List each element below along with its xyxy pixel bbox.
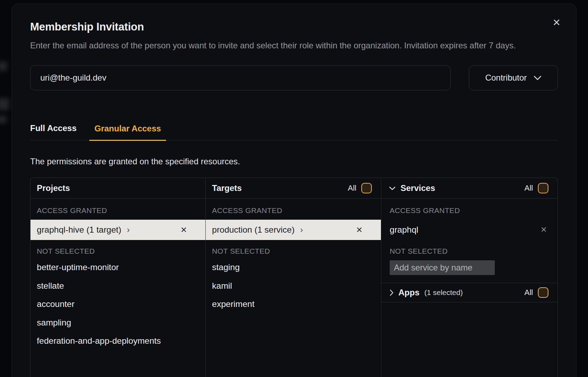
- add-service-input[interactable]: [390, 260, 495, 275]
- projects-list: better-uptime-monitor stellate accounter…: [30, 258, 205, 350]
- apps-title: Apps: [398, 288, 419, 297]
- resources-grid: Projects ACCESS GRANTED graphql-hive (1 …: [30, 178, 558, 377]
- target-list-item[interactable]: experiment: [206, 295, 381, 314]
- projects-not-selected-label: NOT SELECTED: [30, 240, 205, 255]
- target-selected-row[interactable]: production (1 service) › ✕: [206, 220, 381, 240]
- targets-not-selected-label: NOT SELECTED: [206, 240, 381, 255]
- chevron-right-icon: ›: [300, 225, 303, 235]
- role-select[interactable]: Contributor: [469, 65, 558, 90]
- project-list-item[interactable]: federation-and-app-deployments: [30, 332, 205, 350]
- permissions-note: The permissions are granted on the speci…: [30, 157, 558, 166]
- services-all-toggle[interactable]: All: [525, 183, 548, 193]
- targets-all-checkbox[interactable]: [361, 183, 372, 193]
- projects-header: Projects: [30, 178, 205, 199]
- service-granted-row: graphql ✕: [381, 220, 558, 240]
- projects-column: Projects ACCESS GRANTED graphql-hive (1 …: [30, 178, 206, 377]
- project-list-item[interactable]: better-uptime-monitor: [30, 258, 205, 277]
- services-all-label: All: [525, 184, 533, 193]
- apps-all-label: All: [525, 288, 533, 297]
- project-selected-label: graphql-hive (1 target): [37, 225, 121, 235]
- chevron-down-icon: [534, 76, 541, 80]
- apps-selected-count: (1 selected): [424, 288, 463, 297]
- backdrop-artifact: [0, 116, 6, 123]
- project-list-item[interactable]: accounter: [30, 295, 205, 314]
- dialog-description: Enter the email address of the person yo…: [30, 39, 531, 52]
- apps-all-toggle[interactable]: All: [525, 287, 548, 298]
- services-title: Services: [401, 183, 435, 193]
- services-not-selected-label: NOT SELECTED: [381, 240, 558, 255]
- role-select-value: Contributor: [485, 73, 527, 83]
- targets-list: staging kamil experiment: [206, 258, 381, 314]
- project-list-item[interactable]: sampling: [30, 314, 205, 332]
- services-granted-label: ACCESS GRANTED: [381, 199, 558, 215]
- email-input[interactable]: [30, 65, 451, 90]
- target-selected-label: production (1 service): [212, 225, 295, 235]
- services-all-checkbox[interactable]: [538, 183, 548, 193]
- services-header[interactable]: Services All: [381, 178, 558, 199]
- remove-project-icon[interactable]: ✕: [180, 226, 187, 234]
- remove-target-icon[interactable]: ✕: [356, 226, 363, 234]
- backdrop-artifact: [0, 62, 7, 71]
- project-selected-row[interactable]: graphql-hive (1 target) › ✕: [30, 220, 205, 240]
- chevron-right-icon: [390, 289, 394, 296]
- tab-full-access[interactable]: Full Access: [30, 123, 77, 140]
- apps-all-checkbox[interactable]: [538, 287, 548, 298]
- chevron-right-icon: ›: [127, 225, 130, 235]
- projects-granted-label: ACCESS GRANTED: [30, 199, 205, 215]
- tab-granular-access[interactable]: Granular Access: [89, 124, 166, 141]
- membership-invitation-dialog: ✕ Membership Invitation Enter the email …: [12, 4, 576, 377]
- service-granted-label: graphql: [390, 225, 418, 235]
- apps-section-row[interactable]: Apps (1 selected) All: [381, 283, 558, 302]
- services-column: Services All ACCESS GRANTED graphql ✕ NO…: [381, 178, 558, 377]
- backdrop-artifact: [0, 98, 9, 110]
- targets-title: Targets: [212, 183, 242, 193]
- project-list-item[interactable]: stellate: [30, 277, 205, 295]
- remove-service-icon[interactable]: ✕: [541, 226, 547, 234]
- targets-granted-label: ACCESS GRANTED: [206, 199, 381, 215]
- access-tabs: Full Access Granular Access: [30, 123, 558, 140]
- targets-all-toggle[interactable]: All: [348, 183, 372, 193]
- projects-title: Projects: [37, 183, 70, 193]
- chevron-down-icon: [389, 186, 396, 190]
- target-list-item[interactable]: kamil: [206, 277, 381, 295]
- targets-column: Targets All ACCESS GRANTED production (1…: [206, 178, 381, 377]
- target-list-item[interactable]: staging: [206, 258, 381, 277]
- targets-header: Targets All: [206, 178, 381, 199]
- dialog-title: Membership Invitation: [30, 21, 558, 33]
- invite-form-row: Contributor: [30, 65, 558, 90]
- close-icon[interactable]: ✕: [553, 18, 561, 28]
- targets-all-label: All: [348, 184, 356, 193]
